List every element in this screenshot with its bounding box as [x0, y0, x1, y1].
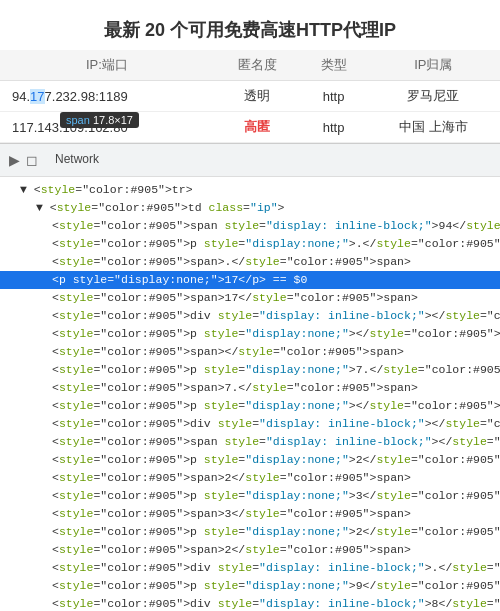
- code-line: <style="color:#905">span>2</style="color…: [0, 541, 500, 559]
- code-line: <style="color:#905">p style="display:non…: [0, 487, 500, 505]
- code-lines-container: ▼ <style="color:#905">tr>▼ <style="color…: [0, 181, 500, 611]
- col-header-location: IP归属: [367, 50, 500, 81]
- mobile-icon[interactable]: ◻: [23, 152, 41, 168]
- table-cell-anon: 高匿: [214, 112, 301, 143]
- table-cell-location: 罗马尼亚: [367, 81, 500, 112]
- code-line: <style="color:#905">span>17</style="colo…: [0, 289, 500, 307]
- code-line: <style="color:#905">p style="display:non…: [0, 397, 500, 415]
- col-header-type: 类型: [300, 50, 366, 81]
- highlighted-ip-part: 17: [30, 89, 44, 104]
- table-cell-location: 中国 上海市: [367, 112, 500, 143]
- cursor-icon[interactable]: ▶: [6, 152, 23, 168]
- code-line: <style="color:#905">div style="display: …: [0, 559, 500, 577]
- code-line: <p style="display:none;">17</p> == $0: [0, 271, 500, 289]
- code-line: <style="color:#905">p style="display:non…: [0, 361, 500, 379]
- code-line: <style="color:#905">span style="display:…: [0, 217, 500, 235]
- devtools-icons: ▶ ◻: [2, 152, 45, 168]
- tooltip-dimensions: 17.8×17: [93, 114, 133, 126]
- tooltip-label: span: [66, 114, 90, 126]
- page-title: 最新 20 个可用免费高速HTTP代理IP: [0, 10, 500, 50]
- tooltip-badge: span 17.8×17: [60, 112, 139, 128]
- table-row: 94.177.232.98:1189透明http罗马尼亚: [0, 81, 500, 112]
- page-top: 最新 20 个可用免费高速HTTP代理IP: [0, 0, 500, 50]
- code-line: ▼ <style="color:#905">td class="ip">: [0, 199, 500, 217]
- code-line: <style="color:#905">p style="display:non…: [0, 451, 500, 469]
- code-line: <style="color:#905">div style="display: …: [0, 595, 500, 611]
- code-line: <style="color:#905">p style="display:non…: [0, 577, 500, 595]
- code-line: <style="color:#905">span>7.</style="colo…: [0, 379, 500, 397]
- high-anon-badge: 高匿: [244, 119, 270, 134]
- code-line: <style="color:#905">span>.</style="color…: [0, 253, 500, 271]
- code-line: <style="color:#905">p style="display:non…: [0, 235, 500, 253]
- table-cell-type: http: [300, 81, 366, 112]
- code-line: <style="color:#905">span>2</style="color…: [0, 469, 500, 487]
- code-line: <style="color:#905">p style="display:non…: [0, 523, 500, 541]
- tabs-container: ElementsConsoleSourcesNetworkPerformance…: [45, 143, 134, 177]
- code-line: <style="color:#905">span style="display:…: [0, 433, 500, 451]
- code-line: <style="color:#905">span></style="color:…: [0, 343, 500, 361]
- code-line: <style="color:#905">span>3</style="color…: [0, 505, 500, 523]
- table-cell-type: http: [300, 112, 366, 143]
- col-header-ip: IP:端口: [0, 50, 214, 81]
- proxy-table: IP:端口 匿名度 类型 IP归属 94.177.232.98:1189透明ht…: [0, 50, 500, 143]
- code-line: <style="color:#905">div style="display: …: [0, 415, 500, 433]
- code-line: <style="color:#905">div style="display: …: [0, 307, 500, 325]
- table-cell-anon: 透明: [214, 81, 301, 112]
- devtools-tabs: ▶ ◻ ElementsConsoleSourcesNetworkPerform…: [0, 143, 500, 177]
- code-line: <style="color:#905">p style="display:non…: [0, 325, 500, 343]
- table-cell-ip: 94.177.232.98:1189: [0, 81, 214, 112]
- tab-network[interactable]: Network: [45, 146, 134, 174]
- col-header-anon: 匿名度: [214, 50, 301, 81]
- table-header-row: IP:端口 匿名度 类型 IP归属: [0, 50, 500, 81]
- code-line: ▼ <style="color:#905">tr>: [0, 181, 500, 199]
- table-wrapper: span 17.8×17 IP:端口 匿名度 类型 IP归属 94.177.23…: [0, 50, 500, 143]
- devtools-content: ▼ <style="color:#905">tr>▼ <style="color…: [0, 177, 500, 611]
